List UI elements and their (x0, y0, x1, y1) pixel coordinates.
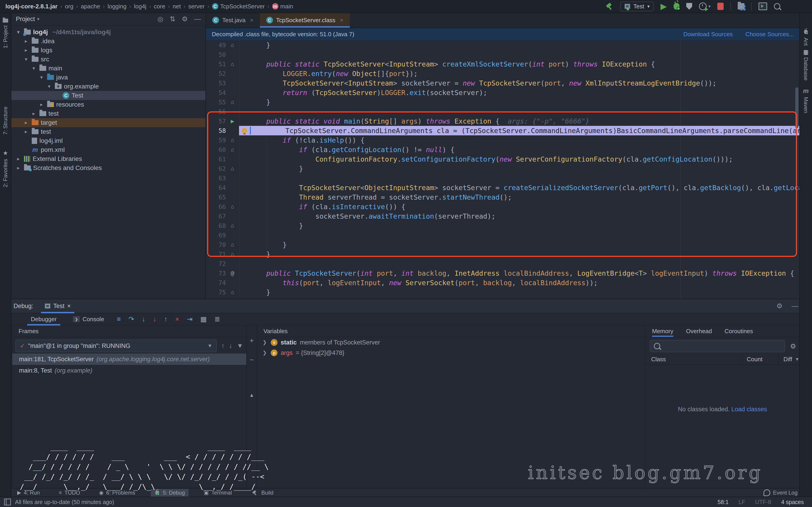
frame-row[interactable]: main:181, TcpSocketServer(org.apache.log… (12, 353, 246, 365)
tree-item-org-example[interactable]: ▾org.example (11, 82, 205, 91)
breadcrumb-item[interactable]: net (173, 3, 181, 10)
project-structure-icon[interactable] (738, 3, 745, 9)
intention-bulb-icon[interactable] (239, 128, 250, 133)
build-hammer-icon[interactable] (606, 2, 614, 10)
frame-row[interactable]: main:8, Test(org.example) (12, 365, 246, 376)
step-over-icon[interactable]: ↷ (129, 316, 134, 323)
tool-window-button-4-run[interactable]: ▶4: Run (14, 489, 44, 496)
chevron-right-icon[interactable]: ▸ (23, 38, 30, 44)
breadcrumb-item[interactable]: log4j-core-2.8.1.jar (5, 3, 58, 10)
tool-window-button-6-problems[interactable]: ◉6: Problems (95, 489, 139, 496)
breadcrumb-item[interactable]: apache (81, 3, 100, 10)
tool-window-button-5-debug[interactable]: 5: Debug (151, 489, 189, 497)
editor-scrollbar[interactable] (795, 88, 798, 128)
debug-tab-console[interactable]: ❯Console (71, 313, 105, 325)
tool-window-button-todo[interactable]: ≡TODO (55, 489, 84, 496)
load-classes-link[interactable]: Load classes (731, 406, 767, 413)
next-frame-icon[interactable]: ↓ (229, 342, 232, 349)
breadcrumb-item[interactable]: server (188, 3, 205, 10)
debug-session-tab[interactable]: Test × (41, 299, 74, 313)
run-anything-icon[interactable] (759, 2, 767, 10)
locate-icon[interactable]: ◎ (157, 16, 163, 22)
run-icon[interactable]: ▶ (660, 2, 667, 10)
stripe-favorites-button[interactable]: ★2: Favorites (0, 150, 11, 187)
stripe-database-button[interactable]: Database (800, 50, 812, 80)
line-ending[interactable]: LF (739, 499, 745, 505)
chevron-right-icon[interactable]: ▸ (15, 156, 22, 162)
chevron-right-icon[interactable]: ▸ (23, 129, 30, 135)
tree-item-scratches-and-consoles[interactable]: ▸Scratches and Consoles (11, 163, 205, 172)
tree-item-resources[interactable]: ▸resources (11, 100, 205, 109)
chevron-down-icon[interactable]: ▾ (38, 74, 45, 80)
hide-icon[interactable]: — (194, 16, 201, 22)
tool-window-button-terminal[interactable]: ▣Terminal (200, 489, 236, 496)
variable-row[interactable]: ❯pargs = {String[2]@478} (257, 348, 645, 358)
stripe-ant-button[interactable]: Ant (800, 29, 812, 46)
variable-row[interactable]: ❯sstatic members of TcpSocketServer (257, 337, 645, 348)
tree-item-external-libraries[interactable]: ▸External Libraries (11, 154, 205, 163)
chevron-down-icon[interactable]: ▾ (15, 29, 22, 35)
settings-icon[interactable]: ⚙ (776, 302, 782, 309)
indent-setting[interactable]: 4 spaces (781, 499, 804, 505)
breadcrumb-item[interactable]: CTcpSocketServer (212, 3, 265, 10)
memory-tab-overhead[interactable]: Overhead (686, 326, 712, 337)
tab-tcpsocketserver-class[interactable]: CTcpSocketServer.class× (260, 13, 350, 27)
stripe-maven-button[interactable]: mMaven (800, 88, 812, 113)
chevron-right-icon[interactable]: ▸ (15, 165, 22, 171)
memory-search-input[interactable] (650, 340, 785, 352)
tree-item-src[interactable]: ▾src (11, 55, 205, 64)
close-icon[interactable]: × (250, 17, 254, 24)
tree-item-java[interactable]: ▾java (11, 73, 205, 82)
evaluate-expression-icon[interactable]: ▦ (200, 316, 207, 323)
move-up-icon[interactable]: ▲ (249, 392, 254, 398)
layout-settings-icon[interactable]: ≣ (214, 316, 220, 323)
breadcrumb-item[interactable]: logging (108, 3, 126, 10)
column-class[interactable]: Class (645, 356, 742, 363)
column-count[interactable]: Count (742, 354, 778, 364)
show-execution-point-icon[interactable]: ≡ (117, 316, 121, 323)
banner-link-choose[interactable]: Choose Sources... (745, 31, 794, 38)
tree-item-target[interactable]: ▸target (11, 118, 205, 127)
hide-icon[interactable]: — (792, 302, 798, 309)
tree-item-test[interactable]: ▸test (11, 127, 205, 136)
settings-icon[interactable]: ⚙ (790, 342, 796, 350)
tree-item-log4j-iml[interactable]: log4j.iml (11, 136, 205, 145)
run-line-icon[interactable]: ▶ (226, 116, 239, 126)
step-into-icon[interactable]: ↓ (142, 316, 145, 323)
stripe-structure-button[interactable]: 7: Structure (0, 107, 11, 135)
chevron-right-icon[interactable]: ▸ (23, 120, 30, 126)
breadcrumb-item[interactable]: log4j (134, 3, 146, 10)
chevron-right-icon[interactable]: ❯ (263, 350, 267, 356)
memory-tab-coroutines[interactable]: Coroutines (724, 326, 753, 337)
chevron-down-icon[interactable]: ▾ (30, 65, 37, 71)
file-encoding[interactable]: UTF-8 (755, 499, 771, 505)
column-diff[interactable]: Diff▼ (778, 354, 800, 364)
tool-window-button-build[interactable]: Build (247, 489, 277, 497)
tab-test-java[interactable]: CTest.java× (206, 13, 260, 27)
add-watch-icon[interactable]: + (250, 337, 254, 344)
chevron-down-icon[interactable]: ▾ (23, 56, 30, 62)
event-log-button[interactable]: Event Log (764, 489, 798, 496)
breadcrumb-item[interactable]: org (65, 3, 73, 10)
breadcrumb-item[interactable]: core (154, 3, 165, 10)
tree-item-test[interactable]: ▸test (11, 109, 205, 118)
editor[interactable]: CTest.java×CTcpSocketServer.class× Decom… (206, 13, 800, 299)
breadcrumb-item[interactable]: mmain (272, 3, 293, 10)
chevron-down-icon[interactable]: ▾ (37, 16, 39, 22)
tree-item-test[interactable]: CTest (11, 91, 205, 100)
step-out-icon[interactable]: ↑ (164, 316, 167, 323)
tree-item-log4j[interactable]: ▾log4j~/d4m1ts/java/log4j (11, 27, 205, 37)
close-icon[interactable]: × (67, 302, 71, 309)
tree-item--idea[interactable]: ▸.idea (11, 37, 205, 46)
settings-icon[interactable]: ⚙ (182, 16, 188, 22)
caret-position[interactable]: 58:1 (717, 499, 729, 505)
tree-item-pom-xml[interactable]: mpom.xml (11, 145, 205, 154)
force-step-into-icon[interactable]: ↓ (153, 316, 156, 323)
chevron-right-icon[interactable]: ▸ (30, 111, 37, 117)
chevron-down-icon[interactable]: ▾ (46, 83, 53, 90)
prev-frame-icon[interactable]: ↑ (221, 342, 224, 349)
memory-tab-memory[interactable]: Memory (652, 326, 673, 337)
run-config-selector[interactable]: Test▾ (620, 2, 654, 11)
run-to-cursor-icon[interactable]: ⇥ (187, 316, 193, 323)
search-icon[interactable] (774, 3, 780, 9)
